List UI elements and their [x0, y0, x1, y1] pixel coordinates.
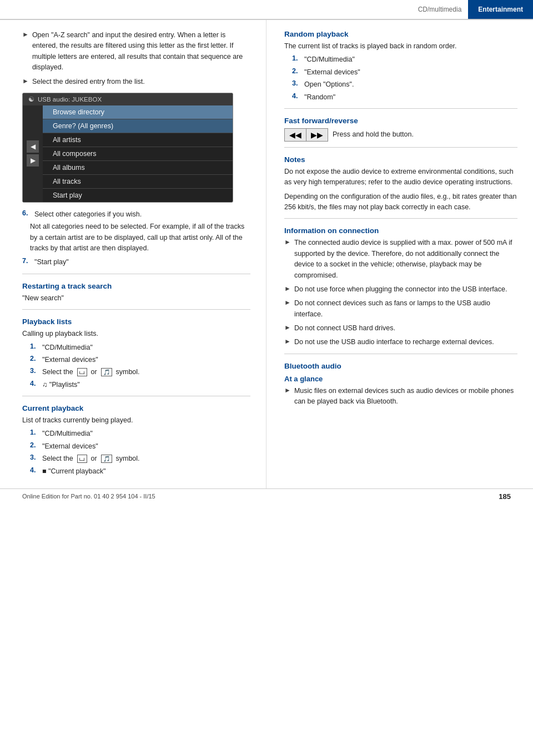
- current-step-3-text: Select the ⌴ or 🎵 symbol.: [42, 453, 140, 464]
- ff-button-group: ◀◀ ▶▶: [284, 128, 328, 142]
- random-step-3-num: 3.: [292, 79, 301, 90]
- random-steps-list: 1. "CD/Multimedia" 2. "External devices"…: [292, 54, 517, 103]
- fastforward-button[interactable]: ▶▶: [306, 129, 328, 141]
- usb-content: ◀ ▶ Browse directory Genre? (All genres)…: [23, 105, 233, 202]
- info-heading: Information on connection: [284, 226, 517, 235]
- current-playback-heading: Current playback: [22, 404, 250, 412]
- random-step-1: 1. "CD/Multimedia": [292, 54, 517, 65]
- usb-menu-artists[interactable]: All artists: [43, 133, 233, 147]
- step-6: 6. Select other categories if you wish. …: [22, 209, 250, 254]
- random-step-3-text: Open "Options".: [304, 79, 354, 90]
- ff-heading: Fast forward/reverse: [284, 117, 517, 125]
- info-arrow-1: ►: [284, 238, 291, 246]
- current-symbol-music: 🎵: [101, 455, 112, 463]
- divider-r3: [284, 218, 517, 219]
- random-step-4-num: 4.: [292, 92, 301, 103]
- arrow-icon-1: ►: [22, 31, 29, 38]
- info-bullet-1-text: The connected audio device is supplied w…: [294, 238, 517, 281]
- usb-menu-genre[interactable]: Genre? (All genres): [43, 119, 233, 133]
- notes-text-1: Do not expose the audio device to extrem…: [284, 167, 517, 188]
- info-bullet-5-text: Do not use the USB audio interface to re…: [294, 337, 494, 347]
- info-bullet-2-text: Do not use force when plugging the conne…: [294, 284, 507, 295]
- current-step-2-num: 2.: [30, 441, 39, 452]
- info-bullet-3: ► Do not connect devices such as fans or…: [284, 298, 517, 320]
- info-arrow-4: ►: [284, 324, 291, 331]
- random-step-3: 3. Open "Options".: [292, 79, 517, 90]
- current-step-1-num: 1.: [30, 429, 39, 439]
- bullet-text-1: Open "A-Z search" and input the desired …: [32, 30, 250, 73]
- info-bullet-1: ► The connected audio device is supplied…: [284, 238, 517, 281]
- current-step-3: 3. Select the ⌴ or 🎵 symbol.: [30, 453, 250, 464]
- playback-step-4-num: 4.: [30, 380, 39, 390]
- divider-2: [22, 309, 250, 310]
- current-step-3-num: 3.: [30, 453, 39, 464]
- ff-text: Press and hold the button.: [333, 129, 414, 140]
- playback-step-1-num: 1.: [30, 342, 39, 353]
- step-6-detail-text: Not all categories need to be selected. …: [30, 223, 244, 252]
- notes-text-2: Depending on the configuration of the au…: [284, 191, 517, 213]
- bullet-item-2: ► Select the desired entry from the list…: [22, 77, 250, 87]
- random-step-4: 4. "Random": [292, 92, 517, 103]
- info-arrow-5: ►: [284, 337, 291, 345]
- divider-r2: [284, 147, 517, 148]
- current-steps-list: 1. "CD/Multimedia" 2. "External devices"…: [30, 429, 250, 477]
- playback-step-4-text: ♫ "Playlists": [42, 380, 80, 390]
- rewind-button[interactable]: ◀◀: [285, 129, 306, 141]
- info-arrow-2: ►: [284, 285, 291, 293]
- restarting-text: "New search": [22, 293, 250, 304]
- current-step-2: 2. "External devices": [30, 441, 250, 452]
- current-step-1-text: "CD/Multimedia": [42, 429, 93, 439]
- current-step-4-text: ■ "Current playback": [42, 466, 105, 477]
- usb-title-text: USB audio: JUKEBOX: [38, 96, 102, 103]
- playback-step-3-num: 3.: [30, 367, 39, 377]
- glance-arrow: ►: [284, 386, 291, 394]
- info-bullet-5: ► Do not use the USB audio interface to …: [284, 337, 517, 347]
- arrow-icon-2: ►: [22, 77, 29, 85]
- header-entertainment-label: Entertainment: [468, 0, 533, 19]
- step-6-num: 6.: [22, 209, 31, 220]
- notes-heading: Notes: [284, 155, 517, 164]
- page-header: CD/multimedia Entertainment: [0, 0, 533, 20]
- usb-menu-composers[interactable]: All composers: [43, 147, 233, 161]
- info-bullet-4-text: Do not connect USB hard drives.: [294, 323, 395, 334]
- playback-steps-list: 1. "CD/Multimedia" 2. "External devices"…: [30, 342, 250, 391]
- playback-lists-heading: Playback lists: [22, 317, 250, 326]
- right-column: Random playback The current list of trac…: [266, 20, 533, 488]
- random-step-2: 2. "External devices": [292, 67, 517, 78]
- current-symbol-fork: ⌴: [77, 455, 87, 463]
- current-step-1: 1. "CD/Multimedia": [30, 429, 250, 439]
- random-heading: Random playback: [284, 30, 517, 38]
- nav-panel: ◀ ▶: [23, 105, 43, 202]
- nav-right-btn[interactable]: ▶: [27, 154, 39, 167]
- current-playback-intro: List of tracks currently being played.: [22, 415, 250, 426]
- left-column: ► Open "A-Z search" and input the desire…: [0, 20, 266, 488]
- divider-r1: [284, 108, 517, 109]
- playback-step-2-num: 2.: [30, 355, 39, 365]
- usb-menu-startplay[interactable]: Start play: [43, 189, 233, 202]
- current-step-2-text: "External devices": [42, 441, 98, 452]
- playback-step-3: 3. Select the ⌴ or 🎵 symbol.: [30, 367, 250, 377]
- usb-audio-box: ☯ USB audio: JUKEBOX ◀ ▶ Browse director…: [22, 93, 233, 203]
- step-6-text: Select other categories if you wish.: [34, 209, 142, 220]
- at-glance-heading: At a glance: [284, 375, 517, 383]
- usb-menu-albums[interactable]: All albums: [43, 161, 233, 175]
- step-7-num: 7.: [22, 257, 31, 268]
- divider-3: [22, 396, 250, 396]
- bluetooth-heading: Bluetooth audio: [284, 362, 517, 370]
- symbol-music-icon: 🎵: [101, 368, 112, 376]
- info-bullet-4: ► Do not connect USB hard drives.: [284, 323, 517, 334]
- usb-menu-browse[interactable]: Browse directory: [43, 105, 233, 119]
- usb-menu-tracks[interactable]: All tracks: [43, 175, 233, 189]
- nav-left-btn[interactable]: ◀: [27, 140, 39, 153]
- symbol-fork-icon: ⌴: [77, 368, 87, 376]
- playback-step-1-text: "CD/Multimedia": [42, 342, 93, 353]
- page-content: ► Open "A-Z search" and input the desire…: [0, 20, 533, 488]
- header-cd-label: CD/multimedia: [418, 6, 469, 13]
- footer-online-text: Online Edition for Part no. 01 40 2 954 …: [22, 493, 155, 500]
- random-step-2-num: 2.: [292, 67, 301, 78]
- info-bullet-2: ► Do not use force when plugging the con…: [284, 284, 517, 295]
- playback-step-1: 1. "CD/Multimedia": [30, 342, 250, 353]
- random-step-1-num: 1.: [292, 54, 301, 65]
- current-step-4-num: 4.: [30, 466, 39, 477]
- step-6-main: 6. Select other categories if you wish.: [22, 209, 250, 220]
